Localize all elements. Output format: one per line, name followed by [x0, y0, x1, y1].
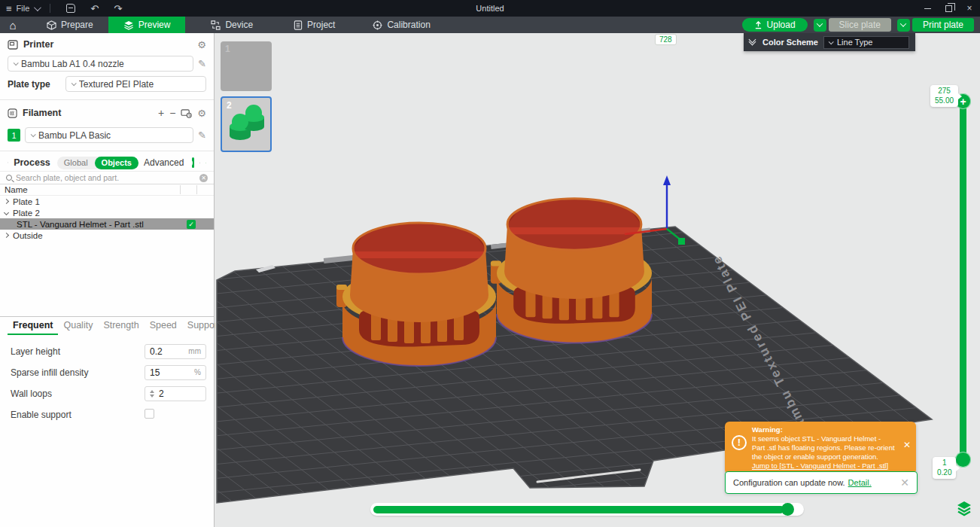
- chevron-down-icon: [71, 81, 76, 86]
- plate-type-select[interactable]: Textured PEI Plate: [65, 76, 206, 92]
- enable-support-label: Enable support: [11, 410, 145, 420]
- calibration-icon: [373, 20, 382, 30]
- tab-frequent[interactable]: Frequent: [8, 317, 58, 335]
- step-slider-handle[interactable]: [781, 503, 794, 516]
- tab-speed[interactable]: Speed: [145, 317, 182, 335]
- print-dropdown-button[interactable]: [897, 19, 910, 32]
- save-icon[interactable]: [66, 4, 75, 13]
- toast-text: Configuration can update now.: [733, 478, 845, 487]
- add-filament-button[interactable]: +: [158, 108, 164, 118]
- object-tree-icon[interactable]: [205, 158, 206, 168]
- layers-view-button[interactable]: [956, 500, 972, 516]
- sync-filament-icon[interactable]: [181, 108, 192, 118]
- edit-filament-icon[interactable]: ✎: [198, 129, 206, 141]
- caret-icon[interactable]: [4, 210, 9, 215]
- bambu-studio-window: ≡ File ↶ ↷ Untitled × ⌂ Prepare Preview …: [0, 0, 980, 527]
- toast-close-icon[interactable]: ✕: [900, 477, 909, 489]
- home-tab[interactable]: ⌂: [0, 17, 26, 33]
- model-right[interactable]: [491, 199, 652, 343]
- step-slider-value: 728: [655, 34, 677, 45]
- warning-jump-link[interactable]: Jump to [STL - Vanguard Helmet - Part .s…: [752, 462, 888, 471]
- file-menu[interactable]: File: [17, 4, 30, 13]
- tree-row-object-stl[interactable]: STL - Vanguard Helmet - Part .stl ✓: [0, 218, 214, 230]
- close-button[interactable]: ×: [959, 0, 980, 17]
- object-visible-checkbox[interactable]: ✓: [187, 220, 196, 229]
- advanced-toggle[interactable]: [192, 157, 193, 168]
- plate-thumbnail-1[interactable]: 1: [221, 41, 272, 91]
- collapse-panel-icon[interactable]: [750, 40, 757, 44]
- color-scheme-select[interactable]: Line Type: [823, 36, 909, 49]
- tree-row-plate1[interactable]: Plate 1: [0, 196, 214, 207]
- layer-top-tooltip: 275 55.00: [930, 85, 958, 107]
- floating-regions-warning: ! ✕ Warning: It seems object STL - Vangu…: [725, 422, 916, 474]
- tab-calibration[interactable]: Calibration: [358, 17, 445, 33]
- object-list: Name Plate 1 Plate 2 STL - Vanguard Helm…: [0, 184, 214, 317]
- file-menu-chevron-icon[interactable]: [34, 4, 41, 11]
- config-update-toast: Configuration can update now. Detail. ✕: [725, 471, 918, 494]
- step-slider[interactable]: [370, 503, 804, 516]
- tab-project[interactable]: Project: [278, 17, 350, 33]
- slice-plate-button: Slice plate: [829, 18, 891, 32]
- color-scheme-panel: Color Scheme Line Type: [744, 33, 915, 51]
- model-left[interactable]: [336, 223, 496, 366]
- wall-loops-stepper[interactable]: 2: [145, 386, 206, 401]
- sparse-infill-input[interactable]: 15 %: [145, 365, 206, 380]
- restore-button[interactable]: [938, 0, 959, 17]
- printer-section-title: Printer: [23, 39, 53, 50]
- minimize-button[interactable]: [917, 0, 938, 17]
- remove-filament-button[interactable]: −: [169, 108, 175, 118]
- clear-search-icon[interactable]: ✕: [199, 174, 208, 182]
- print-plate-button[interactable]: Print plate: [912, 18, 974, 32]
- printer-icon: [8, 40, 18, 50]
- prepare-icon: [47, 20, 56, 30]
- enable-support-checkbox[interactable]: [145, 409, 154, 419]
- project-icon: [294, 20, 303, 30]
- plate-number: 1: [225, 44, 230, 54]
- tree-row-outside[interactable]: Outside: [0, 230, 214, 241]
- printer-preset-select[interactable]: Bambu Lab A1 0.4 nozzle: [8, 56, 193, 72]
- tab-device[interactable]: Device: [196, 17, 268, 33]
- filament-icon: [8, 108, 17, 118]
- wall-loops-label: Wall loops: [11, 388, 145, 399]
- undo-icon[interactable]: ↶: [90, 3, 99, 14]
- scope-objects-option[interactable]: Objects: [95, 157, 138, 169]
- device-icon: [211, 20, 221, 30]
- main-toolbar: ⌂ Prepare Preview Device Project Calibra…: [0, 17, 980, 33]
- 3d-viewport[interactable]: Bambu Textured PEI Plate 1 2: [215, 33, 980, 527]
- chevron-down-icon: [14, 60, 19, 65]
- slice-dropdown-button[interactable]: [814, 19, 826, 32]
- window-title: Untitled: [0, 4, 980, 13]
- upload-button[interactable]: Upload: [742, 18, 808, 32]
- layer-height-input[interactable]: 0.2 mm: [145, 344, 206, 359]
- layer-range-slider[interactable]: [960, 98, 966, 465]
- object-search: ✕: [0, 171, 214, 184]
- caret-icon[interactable]: [4, 199, 9, 204]
- stepper-arrows[interactable]: [150, 390, 154, 398]
- home-icon: ⌂: [9, 19, 16, 32]
- parameter-tabs: Frequent Quality Strength Speed Support …: [0, 316, 214, 334]
- parameter-list-icon[interactable]: [199, 158, 200, 168]
- caret-icon[interactable]: [4, 233, 9, 238]
- process-icon: [8, 158, 8, 167]
- hamburger-menu-icon[interactable]: ≡: [6, 3, 12, 14]
- warning-close-icon[interactable]: ✕: [903, 440, 911, 451]
- edit-printer-icon[interactable]: ✎: [198, 58, 206, 69]
- filament-settings-gear-icon[interactable]: ⚙: [197, 108, 206, 119]
- tree-row-plate2[interactable]: Plate 2: [0, 207, 214, 218]
- printer-settings-gear-icon[interactable]: ⚙: [197, 39, 206, 50]
- tab-strength[interactable]: Strength: [98, 317, 144, 335]
- scope-global-option[interactable]: Global: [57, 157, 95, 169]
- chevron-down-icon: [829, 39, 834, 44]
- tab-quality[interactable]: Quality: [58, 317, 98, 335]
- tab-prepare[interactable]: Prepare: [32, 17, 108, 33]
- thumbnail-models-icon: [222, 104, 270, 149]
- process-section-title: Process: [14, 157, 50, 168]
- toast-detail-link[interactable]: Detail.: [848, 478, 872, 487]
- divider: [50, 4, 50, 13]
- redo-icon[interactable]: ↷: [114, 3, 122, 14]
- plate-thumbnail-2[interactable]: 2: [221, 96, 272, 152]
- filament-preset-select[interactable]: Bambu PLA Basic: [25, 127, 193, 143]
- filament-section-title: Filament: [23, 108, 61, 118]
- tab-preview[interactable]: Preview: [108, 17, 186, 33]
- search-input[interactable]: [16, 173, 196, 182]
